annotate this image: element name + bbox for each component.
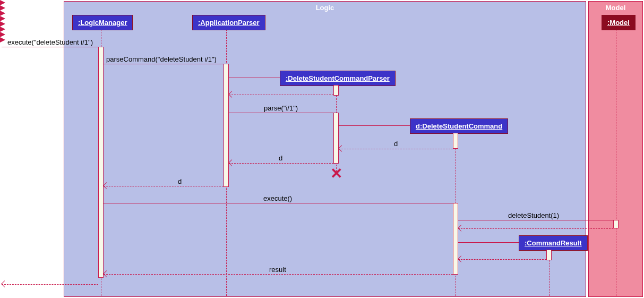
msg-execute-in	[2, 47, 98, 47]
activation-dp1	[333, 85, 339, 96]
label-execute: execute()	[263, 194, 292, 202]
msg-return-cr	[458, 259, 546, 260]
label-return-d2: d	[279, 154, 282, 162]
participant-commandresult: :CommandResult	[519, 235, 588, 251]
participant-deletecommand: d:DeleteStudentCommand	[410, 118, 508, 134]
participant-logicmanager: :LogicManager	[72, 15, 133, 30]
arrow-icon	[1, 280, 8, 287]
activation-lm	[98, 47, 104, 278]
msg-result	[104, 274, 453, 275]
msg-parse	[229, 113, 333, 113]
activation-dc2	[453, 203, 458, 275]
activation-dp2	[333, 113, 339, 164]
logic-fragment: Logic	[64, 1, 586, 297]
activation-model	[613, 220, 619, 228]
label-parsecommand: parseCommand("deleteStudent i/1")	[106, 55, 217, 63]
label-return-d3: d	[178, 177, 182, 185]
msg-execute	[104, 203, 453, 203]
label-deletestudent: deleteStudent(1)	[508, 211, 559, 219]
label-result: result	[269, 266, 286, 274]
msg-return-d1	[339, 149, 453, 149]
activation-dc1	[453, 133, 458, 149]
label-return-d1: d	[394, 140, 398, 148]
msg-return-d2	[229, 163, 333, 164]
activation-cr	[546, 250, 552, 260]
msg-return-external	[2, 284, 98, 285]
msg-return-d3	[104, 186, 224, 186]
msg-create-cr	[458, 242, 519, 243]
msg-deletestudent	[458, 220, 613, 220]
msg-return-dp-create	[229, 95, 333, 95]
label-execute-in: execute("deleteStudent i/1")	[7, 38, 93, 46]
msg-create-dp	[229, 78, 280, 78]
lifeline-model	[616, 29, 616, 296]
participant-model: :Model	[602, 15, 636, 30]
destroy-icon: ✕	[330, 166, 342, 181]
activation-ap	[224, 64, 229, 187]
msg-parsecommand	[104, 64, 224, 64]
logic-title: Logic	[316, 4, 334, 12]
msg-return-model	[458, 228, 613, 229]
participant-deleteparser: :DeleteStudentCommandParser	[280, 71, 396, 86]
label-parse: parse("i/1")	[264, 104, 298, 112]
msg-create-dc	[339, 125, 410, 126]
participant-applicationparser: :ApplicationParser	[192, 15, 265, 30]
model-title: Model	[606, 4, 626, 12]
